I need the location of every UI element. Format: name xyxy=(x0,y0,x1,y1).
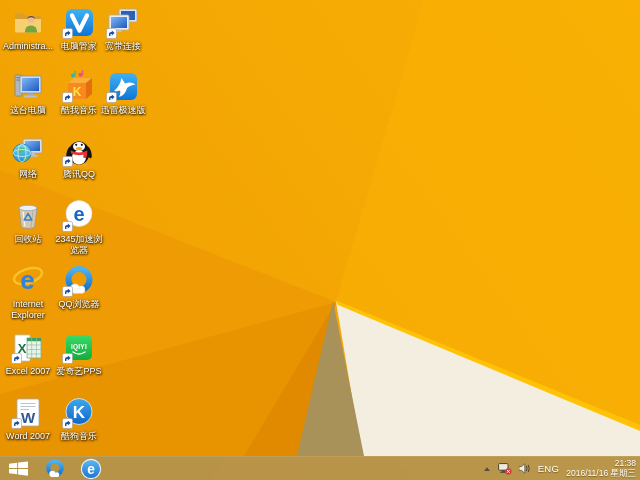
icon-label: 这台电脑 xyxy=(10,105,46,116)
svg-text:e: e xyxy=(20,265,34,295)
desktop-icon-tencent-qq[interactable]: 腾讯QQ xyxy=(51,134,107,180)
taskbar-clock[interactable]: 21:38 2016/11/16 星期三 xyxy=(566,459,636,478)
svg-text:iQIYI: iQIYI xyxy=(71,343,87,351)
network-disconnected-icon xyxy=(498,463,512,475)
icon-label: 宽带连接 xyxy=(105,41,141,52)
desktop-icon-this-pc[interactable]: 这台电脑 xyxy=(0,70,56,116)
dual-monitors-icon xyxy=(106,6,140,40)
ring-cloud-icon xyxy=(62,264,96,298)
word-icon: W xyxy=(11,396,45,430)
svg-text:W: W xyxy=(21,409,36,426)
taskbar: e xyxy=(0,456,640,480)
icon-label: Excel 2007 xyxy=(6,366,51,377)
bird-icon xyxy=(106,70,140,104)
icon-label: 迅雷极速版 xyxy=(101,105,146,116)
ring-cloud-icon xyxy=(44,458,66,480)
speaker-icon xyxy=(519,463,531,474)
svg-text:e: e xyxy=(73,203,84,225)
icon-label: Word 2007 xyxy=(6,431,50,442)
globe-monitor-icon xyxy=(11,134,45,168)
computer-icon xyxy=(11,70,45,104)
desktop-icon-iqiyi-pps[interactable]: iQIYI 爱奇艺PPS xyxy=(51,331,107,377)
icon-label: 网络 xyxy=(19,169,37,180)
icon-label: 回收站 xyxy=(15,234,42,245)
recycle-bin-icon xyxy=(11,199,45,233)
desktop-icon-qq-browser[interactable]: QQ浏览器 xyxy=(51,264,107,310)
taskbar-qq-browser[interactable] xyxy=(37,457,73,480)
chevron-up-icon xyxy=(483,466,491,472)
show-hidden-icons-button[interactable] xyxy=(483,466,491,472)
iqiyi-icon: iQIYI xyxy=(62,331,96,365)
icon-label: 2345加速浏览器 xyxy=(51,234,107,255)
taskbar-internet-explorer[interactable]: e xyxy=(73,457,109,480)
desktop-icon-network[interactable]: 网络 xyxy=(0,134,56,180)
music-box-icon: K xyxy=(62,70,96,104)
network-status-icon[interactable] xyxy=(498,463,512,475)
shield-check-icon xyxy=(62,6,96,40)
windows-logo-icon xyxy=(9,461,28,476)
icon-label: 电脑管家 xyxy=(61,41,97,52)
desktop-icon-recycle-bin[interactable]: 回收站 xyxy=(0,199,56,245)
icon-label: 爱奇艺PPS xyxy=(56,366,101,377)
language-indicator[interactable]: ENG xyxy=(538,463,560,474)
desktop-icon-kugou[interactable]: K 酷狗音乐 xyxy=(51,396,107,442)
volume-icon[interactable] xyxy=(519,463,531,474)
browser-e-icon: e xyxy=(62,199,96,233)
desktop-icon-word[interactable]: W Word 2007 xyxy=(0,396,56,442)
icon-label: 酷狗音乐 xyxy=(61,431,97,442)
desktop-icon-thunder[interactable]: 迅雷极速版 xyxy=(95,70,151,116)
icon-label: Internet Explorer xyxy=(0,299,56,320)
start-button[interactable] xyxy=(0,457,37,480)
icon-label: 腾讯QQ xyxy=(63,169,95,180)
svg-text:e: e xyxy=(87,462,95,477)
desktop-icon-excel[interactable]: X Excel 2007 xyxy=(0,331,56,377)
kugou-icon: K xyxy=(62,396,96,430)
svg-text:K: K xyxy=(73,403,86,422)
icon-label: Administra... xyxy=(3,41,53,52)
excel-icon: X xyxy=(11,331,45,365)
desktop-screen: Administra... 电脑管家 宽带连接 xyxy=(0,0,640,480)
user-folder-icon xyxy=(11,6,45,40)
internet-explorer-icon: e xyxy=(80,458,102,480)
clock-date: 2016/11/16 星期三 xyxy=(566,469,636,479)
system-tray: ENG 21:38 2016/11/16 星期三 xyxy=(483,459,640,478)
penguin-icon xyxy=(62,134,96,168)
desktop-icon-internet-explorer[interactable]: e Internet Explorer xyxy=(0,264,56,320)
icon-label: 酷我音乐 xyxy=(61,105,97,116)
svg-text:K: K xyxy=(73,85,82,99)
desktop-icon-administrator[interactable]: Administra... xyxy=(0,6,56,52)
internet-explorer-icon: e xyxy=(11,264,45,298)
desktop-icon-broadband[interactable]: 宽带连接 xyxy=(95,6,151,52)
icon-label: QQ浏览器 xyxy=(58,299,99,310)
desktop-icon-2345-browser[interactable]: e 2345加速浏览器 xyxy=(51,199,107,255)
